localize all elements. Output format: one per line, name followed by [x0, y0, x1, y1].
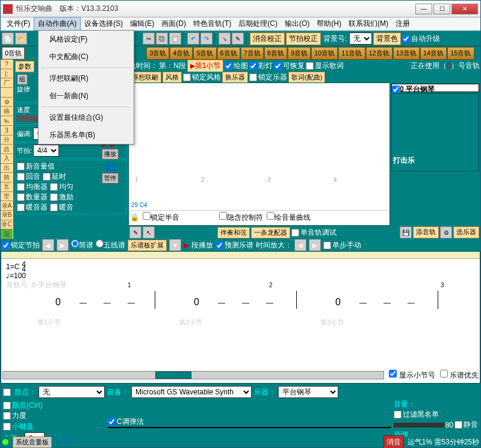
- lb-2[interactable]: 厂: [1, 78, 13, 88]
- menu-contact[interactable]: 联系我们(M): [345, 17, 392, 30]
- track-15[interactable]: 15音轨: [447, 47, 474, 60]
- lb-recC[interactable]: 录C: [1, 220, 13, 230]
- draw-check[interactable]: 绘图: [225, 61, 248, 71]
- eraser-icon[interactable]: ↘: [219, 33, 231, 45]
- cut-icon[interactable]: ✂: [143, 33, 155, 45]
- piano-roll-canvas[interactable]: 29 C4 1 2 3 4 🔒 锁定半音 隐含控制符 绘音量曲线: [128, 82, 390, 226]
- paste-icon[interactable]: 📋: [169, 33, 181, 45]
- score-priority-check[interactable]: 乐谱优先: [440, 370, 479, 381]
- first-bar-button[interactable]: ▶第1小节: [187, 60, 224, 72]
- delay-check[interactable]: 延时: [43, 172, 66, 182]
- params-tab[interactable]: 参数: [15, 61, 34, 72]
- track-4[interactable]: 4音轨: [170, 47, 193, 60]
- mute-correct-button[interactable]: 消音校正: [250, 33, 285, 45]
- zoom-out-icon[interactable]: ◀: [294, 239, 306, 251]
- instrument-input[interactable]: 0 平台钢琴: [391, 84, 479, 92]
- track-6[interactable]: 6音轨: [217, 47, 240, 60]
- score-hscroll[interactable]: [2, 371, 384, 379]
- warm-check[interactable]: 暖音器: [17, 202, 48, 213]
- menu-register[interactable]: 注册: [392, 17, 414, 30]
- volume-slider[interactable]: [394, 423, 444, 428]
- add-track-button[interactable]: 添音轨: [413, 226, 439, 238]
- jianpu-radio[interactable]: 简谱: [71, 240, 93, 250]
- drum-check[interactable]: [3, 388, 12, 396]
- redo-icon[interactable]: ↷: [200, 33, 213, 45]
- minimize-button[interactable]: —: [415, 4, 432, 14]
- system-volume-button[interactable]: 系统音量板: [13, 437, 52, 448]
- menu-file[interactable]: 文件(F): [3, 17, 34, 30]
- menu-special-track[interactable]: 特色音轨(T): [190, 17, 235, 30]
- echo-check[interactable]: 回音: [17, 172, 40, 182]
- c-fingering-check[interactable]: C调弹法: [108, 417, 391, 427]
- track-10[interactable]: 10音轨: [311, 47, 338, 60]
- excite-check[interactable]: 激励: [50, 192, 73, 202]
- pen-tool-icon[interactable]: ✎: [129, 226, 141, 238]
- instr-select[interactable]: 平台钢琴: [278, 386, 338, 398]
- device-select[interactable]: Microsoft GS Wavetable Synth: [131, 386, 252, 398]
- track-11[interactable]: 11音轨: [338, 47, 365, 60]
- pause-icon[interactable]: ▐▐: [93, 163, 126, 173]
- track-5[interactable]: 5音轨: [193, 47, 216, 60]
- menu-edit[interactable]: 编辑(E): [126, 17, 158, 30]
- lb-mix[interactable]: 混: [1, 229, 13, 239]
- play-button[interactable]: 播放: [102, 149, 119, 160]
- menu-device[interactable]: 设备选择(S): [81, 17, 126, 30]
- lyrics-button[interactable]: 歌词(配曲): [288, 72, 325, 83]
- beat-correct-button[interactable]: 节拍校正: [286, 33, 321, 45]
- select-instrument-button[interactable]: 选乐器: [453, 226, 479, 238]
- dd-chinese-accompaniment[interactable]: 中文配曲(C): [39, 48, 134, 66]
- vibrato-check[interactable]: 颤音(Ctrl): [3, 400, 105, 411]
- prev-icon[interactable]: ◀: [42, 239, 54, 251]
- show-lyrics-check[interactable]: 显示歌词: [306, 61, 344, 71]
- lock-beat-check[interactable]: 锁定节拍: [2, 240, 40, 250]
- score-canvas[interactable]: 1=C 44 ♩=100 音轨号: 0 平台钢琴 0——— 0——— 0——— …: [1, 251, 480, 384]
- maximize-button[interactable]: ☐: [433, 4, 450, 14]
- dd-freestyle[interactable]: 浮想联翩(R): [39, 70, 134, 87]
- bg-color-button[interactable]: 背景色: [373, 33, 401, 45]
- auto-upgrade-check[interactable]: 自动升级: [402, 34, 440, 44]
- save-icon[interactable]: 💾: [400, 226, 412, 238]
- track-8[interactable]: 8音轨: [264, 47, 287, 60]
- group-button[interactable]: 组: [17, 74, 28, 85]
- draw-volume-check[interactable]: 绘音量曲线: [267, 212, 311, 223]
- track-7[interactable]: 7音轨: [241, 47, 264, 60]
- even-check[interactable]: 均匀: [50, 182, 73, 192]
- drum-select[interactable]: 无: [39, 386, 105, 398]
- single-track-debug-check[interactable]: 单音轨调试: [291, 228, 337, 238]
- dd-new-song[interactable]: 创一新曲(N): [39, 87, 134, 105]
- next-icon[interactable]: ▶: [57, 239, 69, 251]
- track-9[interactable]: 9音轨: [288, 47, 311, 60]
- copy-icon[interactable]: ⿻: [156, 33, 168, 45]
- change-instrument-button[interactable]: 换乐器: [222, 72, 248, 83]
- open-file-icon[interactable]: 📂: [15, 33, 27, 45]
- menu-view[interactable]: 画面(D): [158, 17, 190, 30]
- help-icon[interactable]: ?: [1, 60, 13, 69]
- lb-3num[interactable]: 3: [1, 126, 13, 135]
- mute-button[interactable]: 消音: [383, 435, 404, 449]
- repeat-icon[interactable]: |:: [1, 69, 13, 79]
- expand-icon[interactable]: ▼: [169, 239, 181, 251]
- lb-tel[interactable]: ℡: [1, 116, 13, 126]
- new-file-icon[interactable]: 📄: [2, 33, 14, 45]
- warmtone-check[interactable]: 暖音: [50, 202, 73, 213]
- lb-recB[interactable]: 录B: [1, 211, 13, 220]
- settings-icon[interactable]: ⚙: [1, 98, 13, 107]
- lb-in[interactable]: 入: [1, 154, 13, 164]
- accomp-chord-button[interactable]: 伴奏和弦: [217, 227, 250, 238]
- lb-recA[interactable]: 录A: [1, 201, 13, 211]
- bg-select[interactable]: 无: [349, 33, 372, 45]
- recoverable-check[interactable]: 可恢复: [274, 61, 305, 71]
- menu-autocompose[interactable]: 自动作曲(A): [34, 17, 81, 31]
- lb-3[interactable]: [1, 88, 13, 98]
- track-3[interactable]: 3音轨: [146, 47, 169, 60]
- zoom-in-icon[interactable]: ▶: [309, 239, 321, 251]
- undo-icon[interactable]: ↶: [187, 33, 199, 45]
- mute-check[interactable]: 静音: [455, 420, 478, 430]
- style-button[interactable]: 风格: [163, 72, 182, 83]
- menu-output[interactable]: 输出(O): [281, 17, 313, 30]
- lock-instrument-check[interactable]: 锁定乐器: [249, 72, 287, 82]
- pause-button[interactable]: 暂停: [102, 173, 119, 184]
- score-expand-button[interactable]: 乐谱板扩展: [128, 240, 167, 251]
- hide-ctrl-check[interactable]: 隐含控制符: [219, 212, 263, 223]
- track-0[interactable]: 0音轨: [2, 47, 25, 60]
